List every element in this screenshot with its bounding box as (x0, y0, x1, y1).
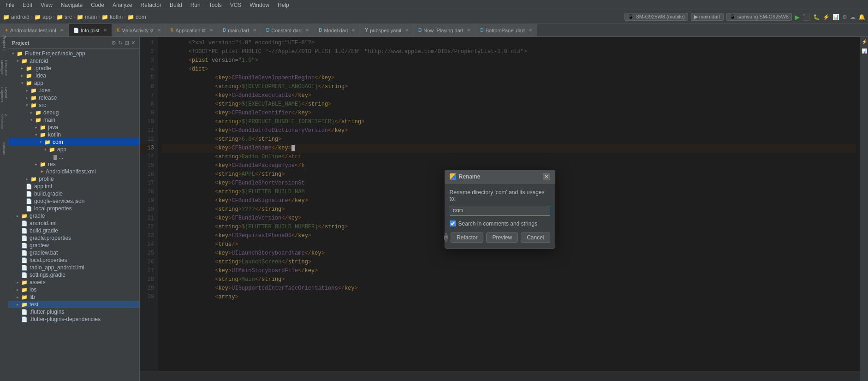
dialog-body: Rename directory 'com' and its usages to… (445, 184, 555, 248)
tree-com-app[interactable]: ▾ 📁 app (8, 146, 139, 153)
preview-button[interactable]: Preview (486, 232, 518, 243)
tree-gradle[interactable]: ▸ 📁 .gradle (8, 65, 139, 72)
breadcrumb-src[interactable]: 📁 src (56, 14, 72, 20)
tree-gradle-root[interactable]: ▸ 📁 gradle (8, 212, 139, 220)
tree-ios[interactable]: ▸ 📁 ios (8, 286, 139, 293)
menu-code[interactable]: Code (87, 1, 108, 9)
side-icon-1[interactable]: 1 (1, 47, 7, 54)
menu-window[interactable]: Window (246, 1, 273, 9)
tab-close-bottompanel[interactable]: ✕ (529, 28, 532, 33)
tree-flutter-plugins-dep[interactable]: 📄 .flutter-plugins-dependencies (8, 316, 139, 323)
menu-help[interactable]: Help (274, 1, 293, 9)
tab-application[interactable]: K Application.kt ✕ (166, 24, 218, 37)
tree-debug[interactable]: ▸ 📁 debug (8, 109, 139, 116)
tree-release[interactable]: ▸ 📁 release (8, 94, 139, 101)
tree-com-app-file[interactable]: ▓ ... (8, 153, 139, 161)
checkbox-label[interactable]: Search in comments and strings (458, 220, 537, 227)
tab-infoplist[interactable]: 📄 Info.plist ✕ (69, 24, 112, 37)
menu-navigate[interactable]: Navigate (57, 1, 86, 9)
tab-close-infoplist[interactable]: ✕ (103, 28, 107, 33)
tree-assets[interactable]: ▸ 📁 assets (8, 279, 139, 286)
side-icon-structure[interactable]: Layout Captures (1, 91, 7, 98)
tree-com[interactable]: ▾ 📁 com (8, 138, 139, 146)
menu-build[interactable]: Build (166, 1, 186, 9)
menu-run[interactable]: Run (187, 1, 204, 9)
tab-close-androidmanifest[interactable]: ✕ (60, 28, 64, 33)
tab-constant[interactable]: D Constant.dart ✕ (262, 24, 314, 37)
tree-gradlewbat[interactable]: 📄 gradlew.bat (8, 249, 139, 256)
tab-close-application[interactable]: ✕ (209, 28, 213, 33)
checkbox-row: Search in comments and strings (450, 220, 550, 227)
tree-kotlin[interactable]: ▾ 📁 kotlin (8, 131, 139, 138)
tab-close-model[interactable]: ✕ (351, 28, 355, 33)
tree-profile[interactable]: ▸ 📁 profile (8, 175, 139, 183)
tree-root[interactable]: ▾ 📁 Flutter.Project\radio_app (8, 50, 139, 57)
menu-tools[interactable]: Tools (205, 1, 226, 9)
menu-refactor[interactable]: Refactor (137, 1, 165, 9)
tree-app-idea[interactable]: ▸ 📁 .idea (8, 87, 139, 94)
breadcrumb-com[interactable]: 📁 com (127, 14, 146, 20)
tab-androidmanifest[interactable]: ✦ AndroidManifest.xml ✕ (0, 24, 69, 37)
cancel-button[interactable]: Cancel (521, 232, 550, 243)
tab-mainactivity[interactable]: K MainActivity.kt ✕ (112, 24, 166, 37)
menu-bar: File Edit View Navigate Code Analyze Ref… (0, 0, 868, 10)
project-collapse-icon[interactable]: ⊟ (125, 40, 129, 46)
tree-lib[interactable]: ▸ 📁 lib (8, 293, 139, 301)
tree-radioapp-iml[interactable]: 📄 radio_app_android.iml (8, 264, 139, 271)
tree-appiml[interactable]: 📄 app.iml (8, 183, 139, 190)
search-comments-checkbox[interactable] (450, 220, 456, 226)
tree-googleservices[interactable]: 📄 google-services.json (8, 197, 139, 205)
breadcrumb-app[interactable]: 📁 app (34, 14, 52, 20)
refactor-button[interactable]: Refactor (451, 232, 483, 243)
tree-buildgradle[interactable]: 📄 build.gradle (8, 190, 139, 197)
menu-file[interactable]: File (2, 1, 18, 9)
tab-maindart[interactable]: D main.dart ✕ (218, 24, 262, 37)
tab-close-nowplaying[interactable]: ✕ (467, 28, 470, 33)
side-icon-captures[interactable]: Z-Structure (1, 118, 7, 125)
tab-close-pubspec[interactable]: ✕ (405, 28, 409, 33)
right-icon-2[interactable]: 📊 (862, 48, 867, 54)
right-icon-1[interactable]: ⚡ (862, 39, 867, 44)
rename-input[interactable] (450, 206, 550, 216)
tree-java[interactable]: ▸ 📁 java (8, 124, 139, 131)
tree-src[interactable]: ▾ 📁 src (8, 101, 139, 109)
tree-android[interactable]: ▾ 📁 android (8, 57, 139, 65)
tree-flutter-plugins[interactable]: 📄 .flutter-plugins (8, 308, 139, 316)
tree-gradlew[interactable]: 📄 gradlew (8, 242, 139, 249)
tab-model[interactable]: D Model.dart ✕ (314, 24, 360, 37)
side-icon-variants[interactable]: Variants (1, 145, 7, 151)
tab-pubspec[interactable]: Y pubspec.yaml ✕ (360, 24, 414, 37)
tree-gradleprops[interactable]: 📄 gradle.properties (8, 234, 139, 242)
tree-test[interactable]: ▸ 📁 test (8, 301, 139, 308)
tree-localprops[interactable]: 📄 local.properties (8, 205, 139, 212)
tab-close-constant[interactable]: ✕ (305, 28, 309, 33)
menu-vcs[interactable]: VCS (226, 1, 245, 9)
menu-view[interactable]: View (37, 1, 56, 9)
help-button[interactable]: ? (444, 233, 448, 242)
side-icon-resource[interactable]: Resource Manager (1, 65, 7, 71)
dialog-close-button[interactable]: ✕ (543, 173, 550, 180)
tab-close-mainactivity[interactable]: ✕ (157, 28, 161, 33)
project-settings-icon[interactable]: ⚙ (111, 40, 116, 46)
project-close-icon[interactable]: ✕ (131, 40, 136, 46)
breadcrumb-main[interactable]: 📁 main (77, 14, 97, 20)
side-icon-project[interactable]: Project (1, 39, 7, 45)
tree-idea[interactable]: ▸ 📁 .idea (8, 72, 139, 79)
breadcrumb-kotlin[interactable]: 📁 kotlin (101, 14, 123, 20)
tree-androidroot-iml[interactable]: 📄 android.iml (8, 220, 139, 227)
tree-app[interactable]: ▾ 📁 app (8, 79, 139, 87)
tree-androidmanifest[interactable]: ✦ AndroidManifest.xml (8, 168, 139, 175)
menu-edit[interactable]: Edit (19, 1, 36, 9)
project-refresh-icon[interactable]: ↻ (118, 40, 123, 46)
tab-close-maindart[interactable]: ✕ (253, 28, 256, 33)
menu-analyze[interactable]: Analyze (109, 1, 136, 9)
main-layout: Project 1 Resource Manager Layout Captur… (0, 37, 868, 381)
tree-buildgradle-root[interactable]: 📄 build.gradle (8, 227, 139, 234)
tree-localprops2[interactable]: 📄 local.properties (8, 256, 139, 264)
tree-settingsgradle[interactable]: 📄 settings.gradle (8, 271, 139, 279)
breadcrumb-android[interactable]: 📁 android (3, 14, 30, 20)
tree-res[interactable]: ▸ 📁 res (8, 161, 139, 168)
tree-main[interactable]: ▾ 📁 main (8, 116, 139, 124)
tab-nowplaying[interactable]: D Now_Playing.dart ✕ (414, 24, 476, 37)
tab-bottompanel[interactable]: D BottomPanel.dart ✕ (476, 24, 537, 37)
